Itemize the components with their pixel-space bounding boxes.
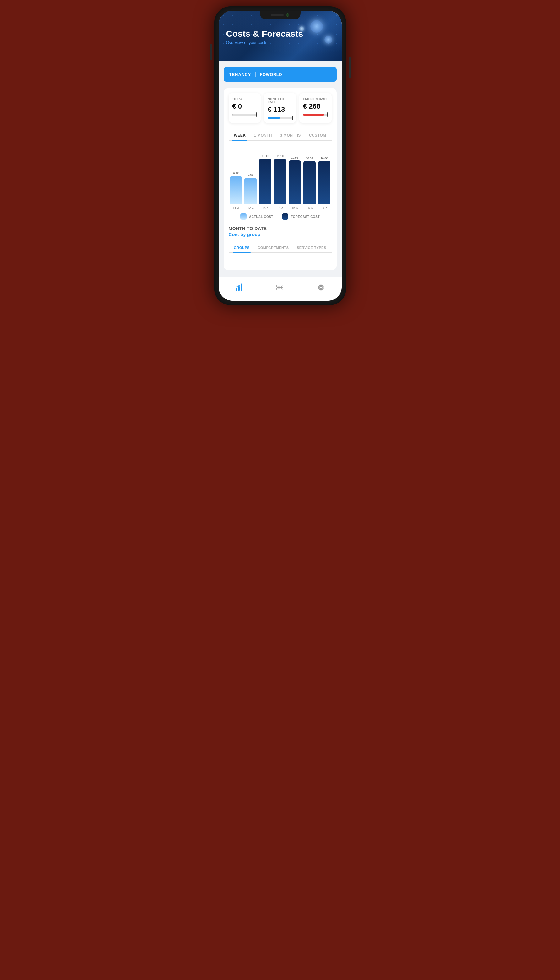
bar-4 xyxy=(288,160,301,204)
svg-text:€: € xyxy=(241,283,242,285)
main-card: TODAY € 0 MONTH TO DATE € 113 xyxy=(223,88,337,270)
today-progress-marker xyxy=(256,112,257,117)
bar-label-5: 10.8€ xyxy=(306,157,313,160)
bar-label-4: 10.9€ xyxy=(291,156,298,159)
tenancy-bar[interactable]: TENANCY | FOWORLD xyxy=(223,67,337,81)
bar-label-6: 10.8€ xyxy=(321,157,328,160)
tab-compartments[interactable]: COMPARTMENTS xyxy=(256,243,290,252)
camera xyxy=(286,13,289,17)
phone-screen: Costs & Forecasts Overview of your costs… xyxy=(218,11,342,301)
legend-forecast: FORECAST COST xyxy=(282,213,320,220)
bottom-nav: € xyxy=(218,277,342,301)
legend-actual-label: ACTUAL COST xyxy=(249,215,273,218)
bar-1 xyxy=(244,178,257,204)
bar-date-4: 15-3 xyxy=(292,206,298,210)
bar-chart: 6.9€ 11-3 6.6€ 12-3 11.1€ xyxy=(228,147,332,210)
tab-groups[interactable]: GROUPS xyxy=(232,243,251,252)
forecast-progress-fill xyxy=(303,114,324,116)
today-card: TODAY € 0 xyxy=(228,93,261,123)
today-progress xyxy=(232,114,257,116)
month-progress-fill xyxy=(268,117,280,119)
tab-1month[interactable]: 1 MONTH xyxy=(253,131,273,140)
bar-group-4: 10.9€ 15-3 xyxy=(288,156,301,210)
legend-dot-actual xyxy=(240,213,247,220)
bar-group-1: 6.6€ 12-3 xyxy=(244,173,257,210)
legend-forecast-label: FORECAST COST xyxy=(291,215,320,218)
tenancy-value: FOWORLD xyxy=(260,72,282,77)
svg-point-7 xyxy=(281,286,282,287)
bar-2 xyxy=(259,159,272,204)
month-label: MONTH TO DATE xyxy=(268,97,292,104)
bar-date-6: 17-3 xyxy=(321,206,327,210)
tenancy-label: TENANCY xyxy=(229,72,251,77)
page-subtitle: Overview of your costs xyxy=(226,40,334,45)
bar-group-3: 11.1€ 14-3 xyxy=(274,154,286,210)
group-tabs: GROUPS COMPARTMENTS SERVICE TYPES xyxy=(228,243,332,252)
month-value: € 113 xyxy=(268,105,292,114)
forecast-progress-marker xyxy=(327,112,328,117)
bar-label-1: 6.6€ xyxy=(248,173,253,176)
content-spacer xyxy=(228,253,332,265)
phone-frame: Costs & Forecasts Overview of your costs… xyxy=(214,6,346,305)
tab-week[interactable]: WEEK xyxy=(232,131,247,140)
mtd-title: MONTH TO DATE xyxy=(228,226,332,231)
cost-cards-row: TODAY € 0 MONTH TO DATE € 113 xyxy=(228,93,332,123)
time-tabs: WEEK 1 MONTH 3 MONTHS CUSTOM xyxy=(228,131,332,140)
today-progress-fill xyxy=(232,114,234,116)
today-label: TODAY xyxy=(232,97,257,100)
month-progress-marker xyxy=(292,116,293,120)
forecast-card: END FORECAST € 268 xyxy=(299,93,332,123)
month-progress xyxy=(268,117,292,119)
forecast-value: € 268 xyxy=(303,102,328,111)
bar-3 xyxy=(274,159,286,204)
notch xyxy=(260,11,300,20)
forecast-label: END FORECAST xyxy=(303,97,328,100)
time-tab-underline xyxy=(228,140,332,141)
bar-date-1: 12-3 xyxy=(247,206,254,210)
settings-icon xyxy=(317,283,325,292)
svg-rect-1 xyxy=(238,286,240,291)
page-title: Costs & Forecasts xyxy=(226,29,334,39)
group-tab-underline xyxy=(228,252,332,253)
bar-0 xyxy=(230,176,242,204)
server-icon xyxy=(275,283,284,292)
power-button xyxy=(348,56,350,78)
bar-date-0: 11-3 xyxy=(233,206,239,210)
bar-label-3: 11.1€ xyxy=(277,154,283,158)
screen-content: Costs & Forecasts Overview of your costs… xyxy=(218,11,342,301)
bar-label-2: 11.1€ xyxy=(262,154,269,158)
tab-3months[interactable]: 3 MONTHS xyxy=(279,131,302,140)
main-content: TENANCY | FOWORLD TODAY € 0 xyxy=(218,61,342,277)
legend-actual: ACTUAL COST xyxy=(240,213,273,220)
mtd-section-header: MONTH TO DATE Cost by group xyxy=(228,226,332,237)
bar-6 xyxy=(318,161,330,204)
mtd-subtitle: Cost by group xyxy=(228,232,332,237)
nav-item-settings[interactable] xyxy=(310,282,332,293)
bar-date-3: 14-3 xyxy=(277,206,283,210)
legend-dot-forecast xyxy=(282,213,288,220)
volume-button xyxy=(210,44,212,60)
svg-point-11 xyxy=(320,286,322,289)
bar-group-6: 10.8€ 17-3 xyxy=(318,157,330,210)
chart-legend: ACTUAL COST FORECAST COST xyxy=(228,213,332,220)
tab-service-types[interactable]: SERVICE TYPES xyxy=(295,243,328,252)
month-card: MONTH TO DATE € 113 xyxy=(264,93,296,123)
svg-rect-0 xyxy=(235,287,237,291)
forecast-progress xyxy=(303,114,328,116)
nav-item-charts[interactable]: € xyxy=(228,282,250,293)
tenancy-divider: | xyxy=(255,71,256,77)
nav-item-server[interactable] xyxy=(269,282,290,293)
tab-custom[interactable]: CUSTOM xyxy=(308,131,328,140)
bar-group-2: 11.1€ 13-3 xyxy=(259,154,272,210)
svg-rect-2 xyxy=(241,285,242,291)
today-value: € 0 xyxy=(232,102,257,111)
bar-date-2: 13-3 xyxy=(262,206,268,210)
svg-point-8 xyxy=(281,289,282,289)
bar-label-0: 6.9€ xyxy=(233,172,239,175)
bar-group-0: 6.9€ 11-3 xyxy=(230,172,242,210)
speaker xyxy=(271,14,283,16)
bar-date-5: 16-3 xyxy=(306,206,313,210)
bar-5 xyxy=(303,161,316,204)
chart-icon: € xyxy=(235,283,243,292)
bar-group-5: 10.8€ 16-3 xyxy=(303,157,316,210)
